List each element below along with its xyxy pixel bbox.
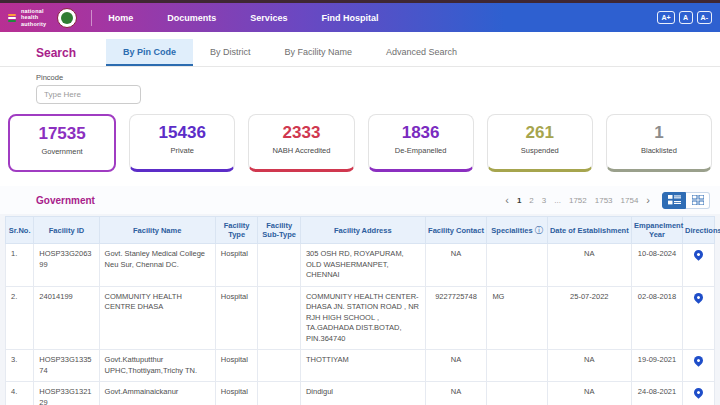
view-toggles [662,192,710,209]
header-facility-address: Facility Address [300,217,425,244]
cell-directions [683,244,715,287]
header-date-establishment: Date of Establishment [547,217,631,244]
cell-empanelment-year: 19-09-2021 [631,350,682,382]
stat-card-private[interactable]: 15436 Private [129,114,235,172]
nav-divider [91,10,92,26]
pagination: ‹ 1 2 3 ... 1752 1753 1754 › [505,194,650,206]
cell-specialities: MG [487,286,547,350]
stat-cards: 17535 Government 15436 Private 2333 NABH… [0,114,720,172]
cell-empanelment-year: 10-08-2024 [631,244,682,287]
cell-facility-id: HOSP33G132129 [34,382,99,405]
font-normal-button[interactable]: A [679,11,693,24]
brand-text: national health authority [21,8,46,27]
results-table-wrap: Sr.No. Facility ID Facility Name Facilit… [0,214,720,405]
tab-advanced-search[interactable]: Advanced Search [369,39,474,66]
cell-facility-contact: NA [425,382,487,405]
cell-facility-address: 305 OSH RD, ROYAPURAM, OLD WASHERMANPET,… [300,244,425,287]
cell-facility-name: Govt.Kattuputthur UPHC,Thottiyam,Trichy … [99,350,215,382]
info-icon[interactable]: ⓘ [535,225,543,236]
location-pin-icon[interactable] [692,248,705,261]
nav-links: Home Documents Services Find Hospital [108,13,378,23]
results-table: Sr.No. Facility ID Facility Name Facilit… [5,216,715,405]
list-view-button[interactable] [662,192,686,209]
location-pin-icon[interactable] [692,354,705,367]
nav-item-documents[interactable]: Documents [167,13,216,23]
cell-facility-id: HOSP33G206399 [34,244,99,287]
nav-item-home[interactable]: Home [108,13,133,23]
list-view-icon [668,195,681,205]
cell-facility-subtype [258,382,301,405]
stat-label: De-Empanelled [369,146,473,155]
font-size-controls: A+ A A- [657,11,712,24]
emblem-badge-icon [57,8,77,28]
cell-date-establishment: NA [547,382,631,405]
stat-value: 2333 [249,123,353,143]
stat-value: 15436 [130,123,234,143]
search-title: Search [36,39,76,66]
cell-srno: 2. [6,286,34,350]
tab-by-pin-code[interactable]: By Pin Code [106,39,193,66]
results-section-bar: Government ‹ 1 2 3 ... 1752 1753 1754 › [0,186,720,214]
cell-facility-type: Hospital [215,286,258,350]
cell-facility-name: Govt.Ammainaickanur [99,382,215,405]
cell-date-establishment: NA [547,350,631,382]
page-3[interactable]: 3 [542,196,546,205]
cell-empanelment-year: 24-08-2021 [631,382,682,405]
pincode-block: Pincode [0,67,720,104]
nav-item-services[interactable]: Services [250,13,287,23]
search-tabs-row: Search By Pin Code By District By Facili… [0,39,720,67]
stat-card-suspended[interactable]: 261 Suspended [487,114,593,172]
header-srno: Sr.No. [6,217,34,244]
results-section-title: Government [36,195,95,206]
location-pin-icon[interactable] [692,386,705,399]
stat-card-government[interactable]: 17535 Government [8,114,116,172]
nha-logo[interactable]: national health authority [8,8,77,28]
page-2[interactable]: 2 [529,196,533,205]
grid-view-icon [692,195,704,205]
header-facility-id: Facility ID [34,217,99,244]
cell-facility-address: COMMUNITY HEALTH CENTER-DHASA JN. STATIO… [300,286,425,350]
cell-srno: 1. [6,244,34,287]
header-directions: Directions [683,217,715,244]
table-row: 1. HOSP33G206399 Govt. Stanley Medical C… [6,244,715,287]
cell-facility-type: Hospital [215,350,258,382]
cell-facility-id: HOSP33G133574 [34,350,99,382]
cell-facility-address: THOTTIYAM [300,350,425,382]
stat-label: Suspended [488,146,592,155]
cell-facility-subtype [258,350,301,382]
font-decrease-button[interactable]: A- [697,11,712,24]
pagination-next-icon[interactable]: › [646,194,650,206]
cell-facility-id: 24014199 [34,286,99,350]
stat-card-nabh-accredited[interactable]: 2333 NABH Accredited [248,114,354,172]
pagination-prev-icon[interactable]: ‹ [505,194,509,206]
cell-srno: 4. [6,382,34,405]
header-facility-subtype: Facility Sub-Type [258,217,301,244]
stat-card-de-empanelled[interactable]: 1836 De-Empanelled [368,114,474,172]
pincode-input[interactable] [36,85,141,104]
page-1[interactable]: 1 [517,196,521,205]
stat-label: NABH Accredited [249,146,353,155]
stat-value: 261 [488,123,592,143]
cell-facility-name: Govt. Stanley Medical College Neu Sur, C… [99,244,215,287]
header-facility-name: Facility Name [99,217,215,244]
page-1753[interactable]: 1753 [595,196,613,205]
page-1754[interactable]: 1754 [621,196,639,205]
cell-facility-contact: NA [425,244,487,287]
nav-item-find-hospital[interactable]: Find Hospital [321,13,378,23]
cell-facility-name: COMMUNITY HEALTH CENTRE DHASA [99,286,215,350]
font-increase-button[interactable]: A+ [657,11,674,24]
stat-card-blacklisted[interactable]: 1 Blacklisted [606,114,712,172]
tab-by-district[interactable]: By District [193,39,268,66]
page-1752[interactable]: 1752 [569,196,587,205]
stat-label: Blacklisted [607,146,711,155]
header-facility-contact: Facility Contact [425,217,487,244]
location-pin-icon[interactable] [692,291,705,304]
cell-facility-address: Dindigul [300,382,425,405]
cell-date-establishment: NA [547,244,631,287]
table-row: 2. 24014199 COMMUNITY HEALTH CENTRE DHAS… [6,286,715,350]
grid-view-button[interactable] [686,192,710,209]
stat-value: 1836 [369,123,473,143]
header-empanelment-year: Empanelment Year [631,217,682,244]
cell-facility-subtype [258,286,301,350]
tab-by-facility-name[interactable]: By Facility Name [268,39,370,66]
